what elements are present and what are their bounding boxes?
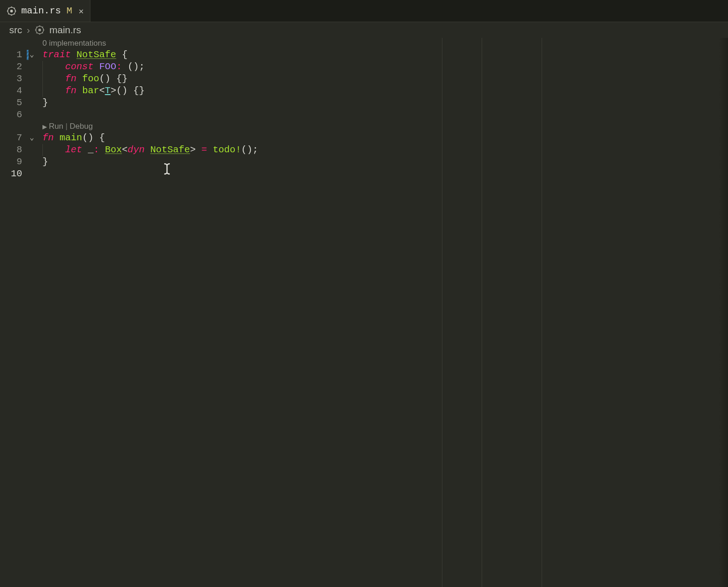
line-number[interactable]: 7 [0, 132, 27, 144]
line-number[interactable]: 2 [0, 61, 27, 73]
code-editor[interactable]: 0 implementations1⌄trait NotSafe {2 cons… [0, 38, 728, 587]
indent-guide [42, 61, 43, 73]
code-line[interactable]: } [37, 97, 728, 109]
indent-guide [42, 73, 43, 85]
editor-tab[interactable]: main.rs M ✕ [0, 0, 90, 22]
code-row: 1⌄trait NotSafe { [0, 49, 728, 61]
svg-point-11 [38, 29, 41, 31]
code-line[interactable]: fn foo() {} [37, 73, 728, 85]
line-number[interactable]: 5 [0, 97, 27, 109]
line-number[interactable]: 6 [0, 109, 27, 121]
code-row: 6 [0, 109, 728, 121]
svg-point-1 [10, 10, 13, 12]
tab-modified-indicator: M [66, 6, 72, 16]
gutter-fold-column: ⌄ [27, 49, 37, 61]
code-line[interactable]: } [37, 156, 728, 168]
code-row: 7⌄fn main() { [0, 132, 728, 144]
line-number[interactable]: 8 [0, 144, 27, 156]
tab-filename: main.rs [21, 6, 61, 16]
code-row: 9} [0, 156, 728, 168]
line-number[interactable]: 10 [0, 168, 27, 180]
codelens-debug[interactable]: Debug [70, 122, 93, 131]
code-row: 3 fn foo() {} [0, 73, 728, 85]
close-icon[interactable]: ✕ [78, 6, 84, 16]
chevron-right-icon: › [27, 24, 30, 36]
code-row: 8 let _: Box<dyn NotSafe> = todo!(); [0, 144, 728, 156]
tab-bar: main.rs M ✕ [0, 0, 728, 22]
git-change-indicator [27, 50, 29, 60]
code-row: 10 [0, 168, 728, 180]
breadcrumb-segment[interactable]: src [9, 24, 22, 36]
code-row: 5} [0, 97, 728, 109]
code-line[interactable]: const FOO: (); [37, 61, 728, 73]
play-icon: ▶ [42, 123, 47, 130]
code-row: 2 const FOO: (); [0, 61, 728, 73]
breadcrumb: src › main.rs [0, 22, 728, 38]
code-line[interactable]: fn bar<T>() {} [37, 85, 728, 97]
codelens-run-debug: ▶Run | Debug [37, 121, 93, 132]
breadcrumb-segment[interactable]: main.rs [49, 24, 81, 36]
editor-lines: 0 implementations1⌄trait NotSafe {2 cons… [0, 38, 728, 180]
separator: | [63, 122, 70, 131]
codelens-run[interactable]: Run [49, 122, 63, 131]
line-number[interactable]: 1 [0, 49, 27, 61]
indent-guide [42, 144, 43, 156]
chevron-down-icon[interactable]: ⌄ [30, 132, 34, 144]
rust-icon [6, 6, 17, 16]
line-number[interactable]: 3 [0, 73, 27, 85]
chevron-down-icon[interactable]: ⌄ [30, 49, 34, 61]
rust-icon [35, 25, 45, 35]
gutter-fold-column: ⌄ [27, 132, 37, 144]
codelens-implementations[interactable]: 0 implementations [37, 38, 106, 49]
indent-guide [42, 85, 43, 97]
code-line[interactable]: trait NotSafe { [37, 49, 728, 61]
code-row: 4 fn bar<T>() {} [0, 85, 728, 97]
code-line[interactable]: fn main() { [37, 132, 728, 144]
line-number[interactable]: 4 [0, 85, 27, 97]
code-line[interactable]: let _: Box<dyn NotSafe> = todo!(); [37, 144, 728, 156]
line-number[interactable]: 9 [0, 156, 27, 168]
